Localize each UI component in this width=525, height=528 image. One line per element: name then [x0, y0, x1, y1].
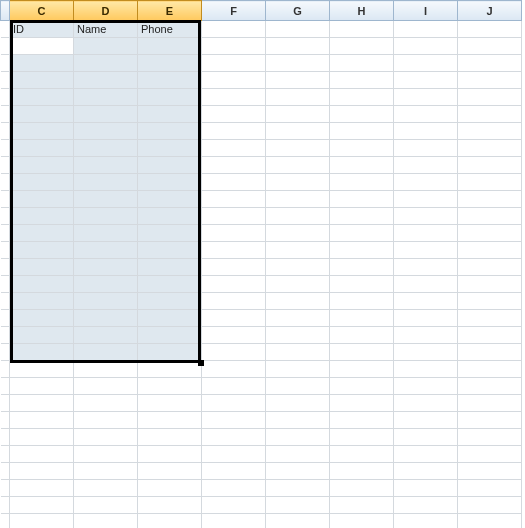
cell-blank[interactable] — [1, 21, 10, 38]
cell[interactable] — [394, 480, 458, 497]
cell-blank[interactable] — [1, 38, 10, 55]
cell[interactable] — [10, 378, 74, 395]
cell[interactable] — [202, 480, 266, 497]
cell[interactable] — [10, 446, 74, 463]
cell[interactable] — [394, 412, 458, 429]
cell[interactable] — [74, 55, 138, 72]
cell[interactable] — [202, 259, 266, 276]
cell[interactable] — [138, 310, 202, 327]
cell[interactable] — [202, 208, 266, 225]
cell[interactable] — [458, 310, 522, 327]
cell[interactable] — [74, 514, 138, 529]
cell[interactable] — [74, 157, 138, 174]
cell[interactable] — [10, 412, 74, 429]
cell[interactable] — [330, 276, 394, 293]
cell[interactable] — [74, 412, 138, 429]
cell[interactable] — [330, 310, 394, 327]
cell-d1[interactable]: Name — [74, 21, 138, 38]
cell[interactable] — [266, 480, 330, 497]
cell-blank[interactable] — [1, 225, 10, 242]
cell[interactable] — [138, 89, 202, 106]
cell[interactable] — [394, 174, 458, 191]
cell[interactable] — [330, 191, 394, 208]
cell[interactable] — [266, 191, 330, 208]
cell[interactable] — [74, 293, 138, 310]
cell[interactable] — [202, 310, 266, 327]
cell[interactable] — [10, 123, 74, 140]
cell[interactable] — [138, 514, 202, 529]
cell[interactable] — [394, 463, 458, 480]
cell-blank[interactable] — [1, 497, 10, 514]
cell[interactable] — [74, 259, 138, 276]
fill-handle[interactable] — [198, 360, 204, 366]
col-header-f[interactable]: F — [202, 1, 266, 21]
cell[interactable] — [138, 55, 202, 72]
cell[interactable] — [10, 361, 74, 378]
cell[interactable] — [138, 276, 202, 293]
cell[interactable] — [202, 174, 266, 191]
cell[interactable] — [266, 497, 330, 514]
cell-f1[interactable] — [202, 21, 266, 38]
cell[interactable] — [202, 497, 266, 514]
cell[interactable] — [458, 259, 522, 276]
col-header-e[interactable]: E — [138, 1, 202, 21]
cell[interactable] — [10, 242, 74, 259]
cell[interactable] — [10, 429, 74, 446]
cell[interactable] — [330, 72, 394, 89]
cell[interactable] — [74, 310, 138, 327]
cell[interactable] — [10, 480, 74, 497]
cell[interactable] — [138, 480, 202, 497]
cell[interactable] — [138, 225, 202, 242]
cell[interactable] — [202, 55, 266, 72]
cell-blank[interactable] — [1, 378, 10, 395]
cell[interactable] — [330, 344, 394, 361]
cell[interactable] — [458, 123, 522, 140]
cell[interactable] — [458, 361, 522, 378]
cell[interactable] — [330, 361, 394, 378]
cell[interactable] — [266, 140, 330, 157]
col-header-partial[interactable] — [1, 1, 10, 21]
cell[interactable] — [10, 497, 74, 514]
cell[interactable] — [138, 259, 202, 276]
cell-blank[interactable] — [1, 429, 10, 446]
cell[interactable] — [330, 514, 394, 529]
cell[interactable] — [10, 276, 74, 293]
cell[interactable] — [74, 72, 138, 89]
cell[interactable] — [458, 327, 522, 344]
cell[interactable] — [74, 344, 138, 361]
cell[interactable] — [138, 242, 202, 259]
cell[interactable] — [10, 191, 74, 208]
cell[interactable] — [74, 446, 138, 463]
cell[interactable] — [394, 225, 458, 242]
cell[interactable] — [10, 174, 74, 191]
cell[interactable] — [330, 293, 394, 310]
cell[interactable] — [202, 463, 266, 480]
cell[interactable] — [330, 412, 394, 429]
cell[interactable] — [74, 174, 138, 191]
cell-blank[interactable] — [1, 72, 10, 89]
cell-blank[interactable] — [1, 412, 10, 429]
cell[interactable] — [330, 446, 394, 463]
cell[interactable] — [394, 514, 458, 529]
cell[interactable] — [394, 89, 458, 106]
cell-blank[interactable] — [1, 310, 10, 327]
cell[interactable] — [74, 89, 138, 106]
col-header-g[interactable]: G — [266, 1, 330, 21]
cell[interactable] — [74, 106, 138, 123]
cell[interactable] — [202, 446, 266, 463]
cell[interactable] — [138, 191, 202, 208]
cell[interactable] — [394, 276, 458, 293]
cell[interactable] — [138, 497, 202, 514]
cell-blank[interactable] — [1, 446, 10, 463]
col-header-i[interactable]: I — [394, 1, 458, 21]
cell[interactable] — [10, 157, 74, 174]
cell-blank[interactable] — [1, 395, 10, 412]
col-header-d[interactable]: D — [74, 1, 138, 21]
cell[interactable] — [394, 327, 458, 344]
cell-blank[interactable] — [1, 106, 10, 123]
cell[interactable] — [202, 89, 266, 106]
cell[interactable] — [202, 378, 266, 395]
cell[interactable] — [202, 514, 266, 529]
cell[interactable] — [10, 208, 74, 225]
cell[interactable] — [202, 276, 266, 293]
